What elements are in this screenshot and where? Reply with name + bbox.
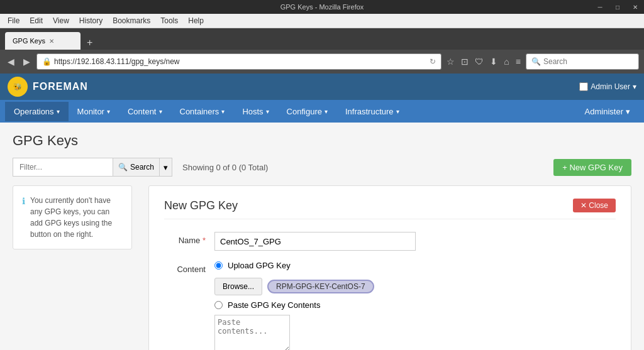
menu-infrastructure[interactable]: Infrastructure ▾ [336, 102, 408, 121]
foreman-logo-icon: 🐝 [8, 77, 28, 97]
menu-icon[interactable]: ≡ [514, 55, 522, 68]
maximize-button[interactable]: □ [609, 0, 626, 14]
sidebar: ℹ You currently don't have any GPG keys,… [13, 185, 138, 350]
paste-textarea[interactable] [214, 315, 290, 350]
admin-area[interactable]: Admin User ▾ [579, 82, 636, 91]
foreman-logo[interactable]: 🐝 FOREMAN [8, 77, 88, 97]
tab-label: GPG Keys [13, 37, 45, 45]
panel-title: New GPG Key [164, 199, 238, 212]
upload-option: Upload GPG Key [214, 261, 374, 270]
download-icon[interactable]: ⬇ [489, 55, 499, 68]
search-dropdown-button[interactable]: ▾ [160, 158, 172, 177]
file-name-pill: RPM-GPG-KEY-CentOS-7 [267, 280, 374, 293]
menu-help[interactable]: Help [183, 15, 209, 26]
menu-history[interactable]: History [74, 15, 108, 26]
address-bar: ◀ ▶ 🔒 https://192.168.43.111/gpg_keys/ne… [0, 50, 644, 74]
showing-text: Showing 0 of 0 (0 Total) [182, 163, 268, 172]
content-options: Upload GPG Key Browse... RPM-GPG-KEY-Cen… [214, 261, 374, 350]
name-row: Name * [164, 232, 616, 251]
search-input[interactable] [543, 57, 633, 66]
name-label: Name * [164, 232, 214, 245]
filter-bar: 🔍 Search ▾ Showing 0 of 0 (0 Total) + Ne… [13, 158, 631, 177]
paste-radio[interactable] [214, 301, 223, 309]
reload-button[interactable]: ↻ [430, 57, 436, 66]
foreman-topnav: 🐝 FOREMAN Admin User ▾ [0, 74, 644, 100]
tab-close-button[interactable]: ✕ [49, 38, 54, 45]
menu-bookmarks[interactable]: Bookmarks [108, 15, 155, 26]
upload-label: Upload GPG Key [228, 261, 291, 270]
new-gpg-key-button[interactable]: + New GPG Key [553, 159, 631, 176]
filter-input-wrapper: 🔍 Search ▾ [13, 158, 172, 177]
browser-icons: ☆ ⊡ 🛡 ⬇ ⌂ ≡ [445, 55, 522, 68]
filter-input[interactable] [13, 158, 113, 177]
foreman-brand: FOREMAN [33, 81, 88, 92]
upload-radio[interactable] [214, 261, 223, 270]
back-button[interactable]: ◀ [5, 55, 17, 68]
browse-button[interactable]: Browse... [214, 278, 262, 295]
menu-file[interactable]: File [3, 15, 25, 26]
titlebar: GPG Keys - Mozilla Firefox ─ □ ✕ [0, 0, 644, 14]
content-label: Content [164, 261, 214, 274]
menu-monitor[interactable]: Monitor ▾ [69, 102, 119, 121]
info-icon: ℹ [22, 195, 25, 240]
forward-button[interactable]: ▶ [21, 55, 33, 68]
home-sync-icon[interactable]: ⊡ [460, 55, 470, 68]
upload-row: Browse... RPM-GPG-KEY-CentOS-7 [214, 278, 374, 295]
menu-items: Operations ▾ Monitor ▾ Content ▾ Contain… [5, 102, 408, 121]
foreman-menubar: Operations ▾ Monitor ▾ Content ▾ Contain… [0, 100, 644, 123]
window-controls: ─ □ ✕ [591, 0, 644, 14]
menu-configure[interactable]: Configure ▾ [278, 102, 336, 121]
shield-icon[interactable]: 🛡 [474, 55, 485, 68]
required-star: * [203, 236, 206, 245]
page-content: GPG Keys 🔍 Search ▾ Showing 0 of 0 (0 To… [0, 123, 644, 350]
content-row: Content Upload GPG Key Browse... RPM-GPG… [164, 261, 616, 350]
form-panel: New GPG Key ✕ Close Name * Content [148, 185, 631, 350]
firefox-menubar: File Edit View History Bookmarks Tools H… [0, 14, 644, 28]
minimize-button[interactable]: ─ [591, 0, 609, 14]
menu-containers[interactable]: Containers ▾ [171, 102, 234, 121]
paste-option: Paste GPG Key Contents [214, 300, 374, 310]
tab-bar: GPG Keys ✕ + [0, 28, 644, 50]
new-tab-button[interactable]: + [83, 36, 96, 50]
menu-tools[interactable]: Tools [155, 15, 183, 26]
panel-header: New GPG Key ✕ Close [164, 199, 616, 219]
search-icon: 🔍 [118, 163, 128, 172]
url-bar[interactable]: 🔒 https://192.168.43.111/gpg_keys/new ↻ [36, 53, 441, 70]
close-window-button[interactable]: ✕ [626, 0, 644, 14]
page-title: GPG Keys [13, 133, 631, 149]
name-input[interactable] [214, 232, 416, 251]
menu-operations[interactable]: Operations ▾ [5, 102, 69, 121]
url-text: https://192.168.43.111/gpg_keys/new [54, 57, 427, 66]
lock-icon: 🔒 [42, 57, 52, 66]
menu-hosts[interactable]: Hosts ▾ [233, 102, 277, 121]
bookmark-icon[interactable]: ☆ [445, 55, 456, 68]
menu-content[interactable]: Content ▾ [119, 102, 171, 121]
active-tab[interactable]: GPG Keys ✕ [5, 32, 80, 50]
info-text: You currently don't have any GPG keys, y… [30, 195, 123, 240]
browser-search-bar[interactable]: 🔍 [526, 53, 639, 70]
close-button[interactable]: ✕ Close [573, 199, 616, 212]
search-icon: 🔍 [531, 57, 541, 66]
menu-edit[interactable]: Edit [25, 15, 48, 26]
administer-button[interactable]: Administer ▾ [576, 102, 639, 121]
admin-chevron: ▾ [633, 82, 636, 91]
paste-label: Paste GPG Key Contents [228, 300, 320, 310]
home-icon[interactable]: ⌂ [502, 55, 510, 68]
admin-user-label: Admin User [591, 82, 630, 91]
menu-view[interactable]: View [48, 15, 74, 26]
main-layout: ℹ You currently don't have any GPG keys,… [13, 185, 631, 350]
title-text: GPG Keys - Mozilla Firefox [280, 3, 364, 11]
search-button[interactable]: 🔍 Search [113, 158, 160, 177]
info-box: ℹ You currently don't have any GPG keys,… [13, 185, 132, 249]
admin-checkbox[interactable] [579, 82, 588, 91]
